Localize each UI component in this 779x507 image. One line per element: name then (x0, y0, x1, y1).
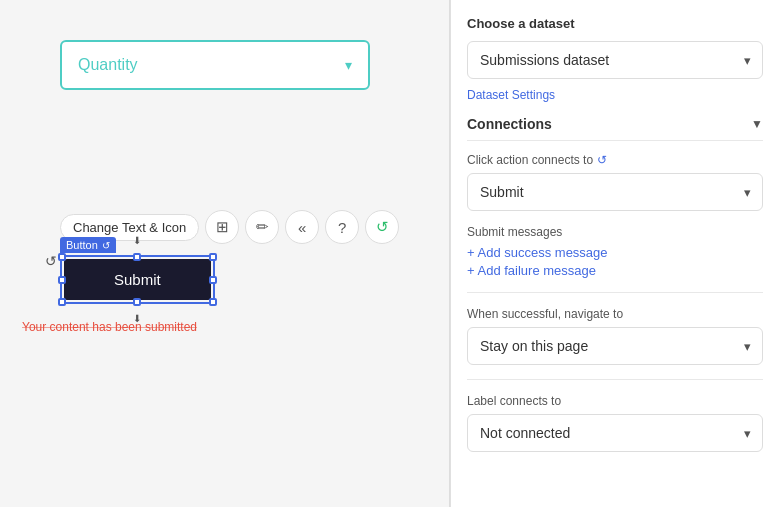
submit-button[interactable]: Submit (64, 259, 211, 300)
label-connects-select-wrapper: Not connected ▾ (467, 414, 763, 452)
add-success-message-link[interactable]: + Add success message (467, 245, 763, 260)
button-widget-wrapper: ⬇ ⬇ Submit (60, 255, 215, 304)
click-action-link-icon: ↺ (597, 153, 607, 167)
refresh-icon-button[interactable]: ↺ (365, 210, 399, 244)
handle-bl[interactable] (58, 298, 66, 306)
success-message: Your content has been submitted (22, 320, 197, 334)
divider-2 (467, 379, 763, 380)
undo-icon[interactable]: ↺ (45, 253, 57, 269)
handle-tr[interactable] (209, 253, 217, 261)
handle-arrow-top: ⬇ (133, 235, 141, 246)
handle-br[interactable] (209, 298, 217, 306)
dataset-select-wrapper: Submissions dataset ▾ (467, 41, 763, 79)
canvas-panel: Quantity ▾ ↺ Change Text & Icon ⊞ ✏ « ? … (0, 0, 450, 507)
submit-messages-title: Submit messages (467, 225, 763, 239)
refresh-icon: ↺ (376, 218, 389, 236)
back-arrows-icon: « (298, 219, 306, 236)
handle-bc[interactable]: ⬇ (133, 298, 141, 306)
submit-messages-section: Submit messages + Add success message + … (467, 225, 763, 278)
choose-dataset-title: Choose a dataset (467, 16, 763, 31)
when-successful-label: When successful, navigate to (467, 307, 763, 321)
handle-mr[interactable] (209, 276, 217, 284)
click-action-select-wrapper: Submit ▾ (467, 173, 763, 211)
navigate-section: When successful, navigate to Stay on thi… (467, 307, 763, 365)
dataset-select[interactable]: Submissions dataset (467, 41, 763, 79)
label-connects-label: Label connects to (467, 394, 763, 408)
button-widget-container: Button ↺ ⬇ ⬇ Submit (60, 255, 215, 304)
pen-icon-button[interactable]: ✏ (245, 210, 279, 244)
connections-header: Connections ▼ (467, 116, 763, 141)
back-arrows-icon-button[interactable]: « (285, 210, 319, 244)
handle-tl[interactable] (58, 253, 66, 261)
right-panel: Choose a dataset Submissions dataset ▾ D… (450, 0, 779, 507)
quantity-arrow-icon: ▾ (345, 57, 352, 73)
button-widget-label: Button ↺ (60, 237, 116, 253)
quantity-dropdown[interactable]: Quantity ▾ (60, 40, 370, 90)
handle-tc[interactable]: ⬇ (133, 253, 141, 261)
quantity-label: Quantity (78, 56, 138, 74)
navigate-select[interactable]: Stay on this page (467, 327, 763, 365)
connections-title: Connections (467, 116, 552, 132)
layout-icon: ⊞ (216, 218, 229, 236)
help-icon-button[interactable]: ? (325, 210, 359, 244)
button-label-refresh-icon[interactable]: ↺ (102, 240, 110, 251)
label-connects-select[interactable]: Not connected (467, 414, 763, 452)
navigate-select-wrapper: Stay on this page ▾ (467, 327, 763, 365)
click-action-label: Click action connects to ↺ (467, 153, 763, 167)
layout-icon-button[interactable]: ⊞ (205, 210, 239, 244)
pen-icon: ✏ (256, 218, 269, 236)
connections-collapse-icon[interactable]: ▼ (751, 117, 763, 131)
dataset-settings-link[interactable]: Dataset Settings (467, 88, 555, 102)
add-failure-message-link[interactable]: + Add failure message (467, 263, 763, 278)
help-icon: ? (338, 219, 346, 236)
button-label-text: Button (66, 239, 98, 251)
divider-1 (467, 292, 763, 293)
handle-ml[interactable] (58, 276, 66, 284)
click-action-select[interactable]: Submit (467, 173, 763, 211)
